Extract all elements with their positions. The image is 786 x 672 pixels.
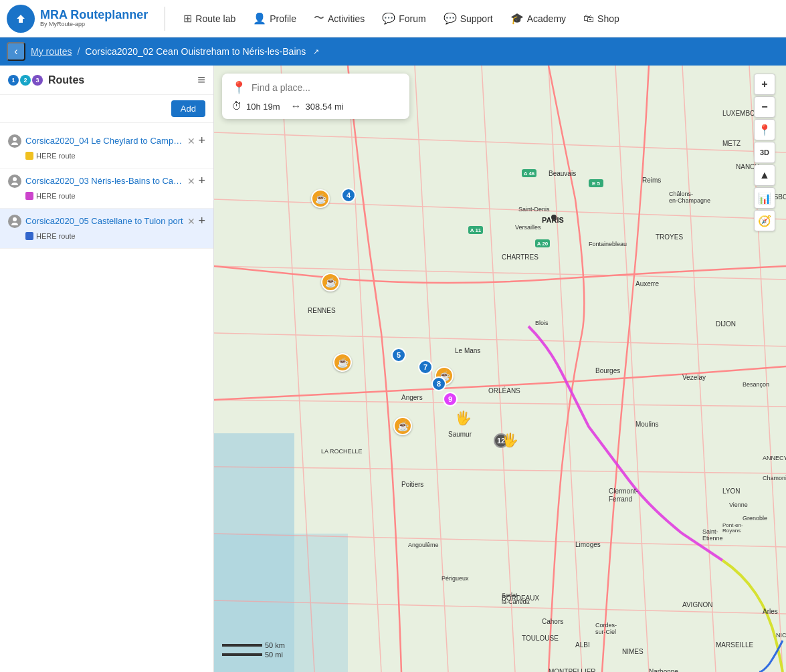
marker-coffee-5: ☕	[393, 417, 412, 435]
svg-text:en-Champagne: en-Champagne	[669, 197, 710, 204]
route-delete-1[interactable]: ✕	[187, 136, 195, 146]
marker-coffee-1: ☕	[311, 189, 330, 208]
svg-text:Besançon: Besançon	[743, 381, 769, 388]
svg-text:TOULOUSE: TOULOUSE	[522, 635, 559, 642]
svg-text:DIJON: DIJON	[716, 320, 736, 328]
svg-text:Cordes-: Cordes-	[595, 622, 617, 629]
svg-text:ORLÉANS: ORLÉANS	[488, 386, 520, 395]
compass-button[interactable]: 🧭	[754, 210, 775, 231]
route-avatar-1	[8, 134, 21, 148]
svg-text:Limoges: Limoges	[575, 541, 601, 548]
map-duration: ⏱ 10h 19m	[231, 100, 280, 112]
forum-icon: 💬	[382, 12, 395, 25]
nav-item-support[interactable]: 💬 Support	[435, 8, 501, 29]
nav-label-shop: Shop	[597, 13, 619, 24]
scale-50km: 50 km	[222, 641, 285, 649]
logo-mra-text: MRA Routeplanner	[40, 9, 148, 22]
breadcrumb-current-route: Corsica2020_02 Cean Ouistreham to Néris-…	[85, 46, 306, 57]
route-add-2[interactable]: +	[198, 174, 205, 188]
route-name-1: Corsica2020_04 Le Cheylard to Camping ..…	[25, 136, 183, 146]
route-item-3[interactable]: Corsica2020_05 Castellane to Tulon port …	[0, 209, 213, 249]
route-actions-3: ✕ +	[187, 214, 205, 228]
academy-icon: 🎓	[510, 12, 524, 25]
route-item-2[interactable]: Corsica2020_03 Néris-les-Bains to Campi.…	[0, 169, 213, 209]
svg-text:Etienne: Etienne	[702, 535, 723, 542]
route-add-3[interactable]: +	[198, 214, 205, 228]
route-name-3: Corsica2020_05 Castellane to Tulon port	[25, 216, 183, 226]
svg-text:Versailles: Versailles	[515, 224, 541, 231]
breadcrumb-separator: /	[77, 46, 80, 57]
main-layout: 1 2 3 Routes ≡ Add	[0, 66, 786, 672]
breadcrumb-my-routes[interactable]: My routes	[31, 46, 72, 57]
zoom-in-button[interactable]: +	[754, 74, 775, 95]
nav-item-shop[interactable]: 🛍 Shop	[575, 9, 627, 29]
nav-label-support: Support	[460, 13, 493, 24]
svg-text:Grenoble: Grenoble	[743, 515, 767, 522]
step-dot-2: 2	[20, 75, 31, 86]
map-area[interactable]: A 46 E 5 A 11 A 20 PARIS RENNES Le Mans	[214, 66, 786, 672]
scale-label-km: 50 km	[265, 641, 285, 649]
route-item-1[interactable]: Corsica2020_04 Le Cheylard to Camping ..…	[0, 128, 213, 169]
route-delete-2[interactable]: ✕	[187, 176, 195, 187]
svg-text:Angers: Angers	[401, 394, 423, 401]
step-dot-1: 1	[8, 75, 19, 86]
here-square-2	[25, 192, 33, 200]
route-delete-3[interactable]: ✕	[187, 216, 195, 227]
location-button[interactable]: 📍	[754, 119, 775, 140]
here-square-1	[25, 152, 33, 160]
map-search-input[interactable]	[252, 82, 385, 93]
map-distance: ↔ 308.54 mi	[291, 100, 344, 112]
route-name-2: Corsica2020_03 Néris-les-Bains to Campi.…	[25, 176, 183, 186]
marker-hand-2: 🖐	[502, 432, 518, 448]
route-add-1[interactable]: +	[198, 134, 205, 148]
svg-text:RENNES: RENNES	[308, 307, 336, 314]
logo: MRA Routeplanner By MyRoute-app	[7, 5, 148, 33]
map-scale: 50 km 50 mi	[222, 641, 285, 659]
nav-label-academy: Academy	[527, 13, 566, 24]
svg-text:Beauvais: Beauvais	[549, 170, 576, 177]
zoom-out-button[interactable]: −	[754, 96, 775, 118]
marker-coffee-2: ☕	[321, 273, 340, 292]
marker-num-9: 9	[443, 392, 458, 407]
nav-item-academy[interactable]: 🎓 Academy	[502, 8, 574, 29]
distance-icon: ↔	[291, 100, 302, 112]
3d-toggle-button[interactable]: 3D	[754, 142, 775, 163]
route-actions-1: ✕ +	[187, 134, 205, 148]
nav-item-activities[interactable]: 〜 Activities	[306, 7, 373, 29]
svg-text:NIMES: NIMES	[622, 648, 644, 655]
map-search-row: 📍	[231, 80, 400, 95]
here-tag-3: HERE route	[25, 232, 76, 240]
chart-button[interactable]: 📊	[754, 187, 775, 209]
add-button-row: Add	[0, 95, 213, 123]
scale-bar: 50 km 50 mi	[222, 641, 285, 659]
marker-num-7: 7	[418, 360, 433, 374]
scale-label-mi: 50 mi	[265, 651, 283, 659]
route-list: Corsica2020_04 Le Cheylard to Camping ..…	[0, 123, 213, 672]
breadcrumb-back-button[interactable]: ‹	[7, 42, 25, 61]
svg-text:Auxerre: Auxerre	[635, 280, 659, 288]
route-item-2-header: Corsica2020_03 Néris-les-Bains to Campi.…	[8, 174, 205, 188]
hamburger-button[interactable]: ≡	[197, 72, 205, 88]
logo-icon	[7, 5, 35, 33]
clock-icon: ⏱	[231, 100, 242, 112]
activities-icon: 〜	[314, 11, 324, 25]
scale-50mi: 50 mi	[222, 651, 285, 659]
svg-text:LYON: LYON	[722, 487, 741, 495]
svg-text:Vezelay: Vezelay	[682, 374, 706, 381]
route-actions-2: ✕ +	[187, 174, 205, 188]
map-container: A 46 E 5 A 11 A 20 PARIS RENNES Le Mans	[214, 66, 786, 672]
external-link-icon[interactable]: ↗	[313, 47, 319, 56]
marker-coffee-3: ☕	[333, 353, 352, 372]
svg-text:AVIGNON: AVIGNON	[682, 601, 712, 608]
svg-text:TROYES: TROYES	[656, 233, 683, 241]
sidebar: 1 2 3 Routes ≡ Add	[0, 66, 214, 672]
add-route-button[interactable]: Add	[171, 100, 205, 117]
nav-item-forum[interactable]: 💬 Forum	[374, 8, 433, 29]
nav-item-profile[interactable]: 👤 Profile	[245, 8, 304, 29]
nav-item-route-lab[interactable]: ⊞ Route lab	[175, 8, 243, 29]
svg-text:LA ROCHELLE: LA ROCHELLE	[321, 448, 363, 455]
svg-text:Poitiers: Poitiers	[401, 481, 423, 488]
svg-text:MONTPELLIER: MONTPELLIER	[549, 668, 596, 672]
navigate-button[interactable]: ▲	[754, 164, 775, 186]
svg-text:CHARTRES: CHARTRES	[502, 253, 538, 261]
